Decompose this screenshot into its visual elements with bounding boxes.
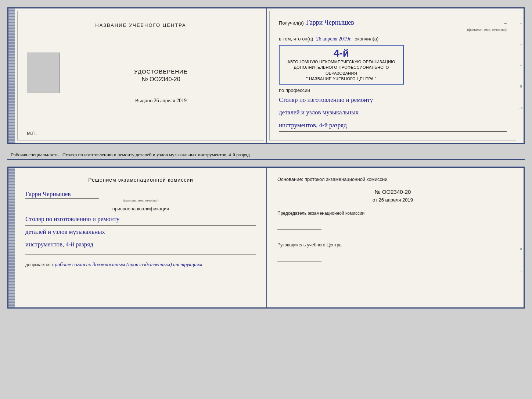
protocol-number: № OO2340-20 xyxy=(277,189,508,195)
org-stamp-block: 4-й АВТОНОМНУЮ НЕКОММЕРЧЕСКУЮ ОРГАНИЗАЦИ… xyxy=(279,45,507,85)
dash-after-name: – xyxy=(504,20,507,26)
chairman-signature-line xyxy=(277,222,321,230)
profession-text: Столяр по изготовлению и ремонту деталей… xyxy=(279,95,507,132)
stamp-border-box: 4-й АВТОНОМНУЮ НЕКОММЕРЧЕСКУЮ ОРГАНИЗАЦИ… xyxy=(279,45,404,85)
bottom-document: Решением экзаменационной комиссии Гарри … xyxy=(7,167,525,309)
dash-mark-3: – xyxy=(518,63,524,67)
bottom-left-spine-strip xyxy=(8,168,15,307)
bottom-side-a: ,а xyxy=(518,268,524,273)
qual-line3: инструментов, 4-й разряд xyxy=(25,239,256,251)
stamp-org-line3: " НАЗВАНИЕ УЧЕБНОГО ЦЕНТРА " xyxy=(283,76,399,82)
in-that-label: в том, что он(а) xyxy=(279,36,313,42)
cert-number: № OO2340-20 xyxy=(67,76,255,83)
stamp-org-line1: АВТОНОМНУЮ НЕКОММЕРЧЕСКУЮ ОРГАНИЗАЦИЮ xyxy=(283,59,399,65)
bottom-name-sub: (фамилия, имя, отчество) xyxy=(25,199,256,202)
left-spine-strip xyxy=(8,8,15,143)
chairman-block: Председатель экзаменационной комиссии xyxy=(277,210,508,236)
basis-label: Основание: протокол экзаменационной коми… xyxy=(277,177,508,182)
dash-mark-2: – xyxy=(518,42,524,46)
right-dashes-strip: – – – и ,а ← xyxy=(518,8,524,143)
qual-line2: деталей и узлов музыкальных xyxy=(25,227,256,239)
bottom-side-and: и xyxy=(518,246,524,251)
specialty-label: Рабочая специальность - Столяр по изгото… xyxy=(7,150,525,160)
bottom-side-arrow: ← xyxy=(518,291,524,295)
bottom-recipient-line: Гарри Чернышев xyxy=(25,190,256,199)
training-center-title: НАЗВАНИЕ УЧЕБНОГО ЦЕНТРА xyxy=(27,22,255,28)
bottom-right-dashes-strip: – – – и ,а ← xyxy=(518,168,524,307)
bottom-dash-2: – xyxy=(518,202,524,207)
profession-line2: деталей и узлов музыкальных xyxy=(279,107,507,119)
top-doc-right-page: Получил(а) Гарри Чернышев – (фамилия, им… xyxy=(267,8,518,143)
completion-date: 26 апреля 2019г. xyxy=(316,36,352,42)
director-signature-line xyxy=(277,254,321,261)
side-and: и xyxy=(518,84,524,88)
photo-placeholder xyxy=(27,53,60,93)
bottom-doc-left-page: Решением экзаменационной комиссии Гарри … xyxy=(15,168,267,307)
top-doc-left-page: НАЗВАНИЕ УЧЕБНОГО ЦЕНТРА УДОСТОВЕРЕНИЕ №… xyxy=(15,8,267,143)
allowed-label: допускается к xyxy=(25,262,54,267)
top-document: НАЗВАНИЕ УЧЕБНОГО ЦЕНТРА УДОСТОВЕРЕНИЕ №… xyxy=(7,7,525,144)
stamp-org-line2: ДОПОЛНИТЕЛЬНОГО ПРОФЕССИОНАЛЬНОГО ОБРАЗО… xyxy=(283,65,399,76)
issued-date: 26 апреля 2019 xyxy=(154,98,187,103)
received-label: Получил(а) xyxy=(279,20,304,26)
director-label: Руководитель учебного Центра xyxy=(277,242,508,248)
recipient-name-handwritten: Гарри Чернышев xyxy=(306,19,502,27)
profession-line3: инструментов, 4-й разряд xyxy=(279,120,507,132)
date-completion-line: в том, что он(а) 26 апреля 2019г. окончи… xyxy=(279,36,507,42)
protocol-date: 26 апреля 2019 xyxy=(379,197,413,203)
issued-label: Выдано xyxy=(135,98,152,103)
recipient-line: Получил(а) Гарри Чернышев – xyxy=(279,19,507,27)
side-a: ,а xyxy=(518,105,524,110)
bottom-doc-right-page: Основание: протокол экзаменационной коми… xyxy=(267,168,518,307)
protocol-date-prefix: от xyxy=(373,197,377,203)
qual-line1: Столяр по изготовлению и ремонту xyxy=(25,214,256,226)
mp-seal-label: М.П. xyxy=(27,131,37,136)
protocol-date-line: от 26 апреля 2019 xyxy=(277,197,508,203)
cert-type-label: УДОСТОВЕРЕНИЕ xyxy=(67,68,255,75)
side-arrow: ← xyxy=(518,127,524,131)
issued-line: Выдано 26 апреля 2019 xyxy=(67,98,255,104)
decision-title: Решением экзаменационной комиссии xyxy=(25,177,256,184)
profession-line1: Столяр по изготовлению и ремонту xyxy=(279,95,507,107)
qual-profession: Столяр по изготовлению и ремонту деталей… xyxy=(25,214,256,251)
name-sub-label: (фамилия, имя, отчество) xyxy=(308,28,507,32)
finished-label: окончил(а) xyxy=(355,36,378,42)
allowed-text: работе согласно должностным (производств… xyxy=(55,262,202,267)
bottom-dash-3: – xyxy=(518,224,524,229)
stamp-4th: 4-й xyxy=(283,47,399,59)
bottom-dash-1: – xyxy=(518,180,524,185)
profession-prefix: по профессии xyxy=(279,88,507,93)
director-block: Руководитель учебного Центра xyxy=(277,242,508,267)
dash-mark-1: – xyxy=(518,21,524,25)
bottom-recipient-name: Гарри Чернышев xyxy=(25,190,99,199)
chairman-label: Председатель экзаменационной комиссии xyxy=(277,210,508,217)
allowed-line: допускается к работе согласно должностны… xyxy=(25,262,256,268)
qual-label: присвоена квалификация xyxy=(25,206,256,211)
